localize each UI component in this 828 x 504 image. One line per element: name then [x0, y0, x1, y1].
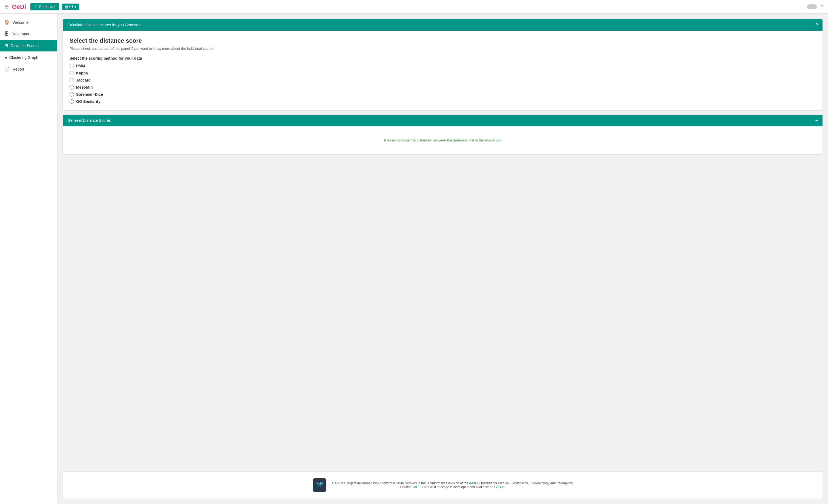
footer-desc-text: GeDi is a project developed by Annekathr… — [332, 481, 469, 485]
sidebar-item-label: Data Input — [11, 32, 29, 36]
sidebar-item-label: Distance Scores — [11, 44, 39, 48]
bookmark-button[interactable]: ♡ Bookmark — [30, 3, 59, 10]
panel1-body: Select the distance score Please check o… — [63, 31, 823, 110]
sidebar-item-welcome[interactable]: 🏠 Welcome! — [0, 16, 57, 28]
radio-label-kappa: Kappa — [76, 71, 88, 75]
footer-after-mit: - The GeDi package is developed and avai… — [419, 485, 494, 489]
footer-after-imbei: - Institute for Medical Biostatistics, E… — [478, 481, 573, 485]
radio-input-meet-min[interactable] — [70, 85, 74, 89]
panel2-title: Geneset Distance Scores — [67, 118, 111, 123]
footer-logo-text: GeDi+ × — [317, 482, 323, 488]
graph-icon: ◂ — [4, 55, 7, 60]
radio-input-kappa[interactable] — [70, 71, 74, 75]
help-circle-button[interactable]: ? — [812, 19, 823, 30]
sidebar-item-data-input[interactable]: 🗄 Data Input — [0, 28, 57, 40]
radio-label-jaccard: Jaccard — [76, 78, 91, 82]
radio-label-pmm: PMM — [76, 64, 85, 68]
sidebar-item-clustering-graph[interactable]: ◂ Clustering Graph — [0, 51, 57, 63]
footer-license-prefix: License: — [400, 485, 413, 489]
navbar: ☰ GeDi ♡ Bookmark ▦ ▾ ℹ ▾ ? — [0, 0, 828, 14]
section-subtitle: Please check out the tour of this panel … — [70, 47, 816, 51]
geneset-distance-scores-panel: Geneset Distance Scores − Please compute… — [63, 114, 823, 154]
app-body: 🏠 Welcome! 🗄 Data Input ⊞ Distance Score… — [0, 14, 828, 504]
radio-input-jaccard[interactable] — [70, 78, 74, 82]
scoring-method-label: Select the scoring method for your data — [70, 56, 816, 60]
help-icon[interactable]: ? — [821, 4, 824, 9]
footer-logo: GeDi+ × — [313, 478, 326, 492]
sidebar-item-label: Report — [12, 67, 24, 72]
question-mark-icon: ? — [816, 22, 819, 28]
panel2-collapse-button[interactable]: − — [815, 118, 818, 123]
radio-input-pmm[interactable] — [70, 64, 74, 68]
footer: GeDi+ × GeDi is a project developed by A… — [63, 471, 823, 499]
radio-sorensen-dice[interactable]: Sorensen-Dice — [70, 92, 816, 97]
chevron-down-icon: ▾ — [69, 5, 71, 9]
distance-scores-panel: Calculate distance scores for you Genese… — [63, 19, 823, 110]
radio-pmm[interactable]: PMM — [70, 64, 816, 68]
radio-label-meet-min: Meet-Min — [76, 85, 93, 89]
footer-imbei-link[interactable]: IMBEI — [469, 481, 478, 485]
scoring-method-radio-group: PMM Kappa Jaccard Meet-Min — [70, 64, 816, 104]
panel2-body: Please compute the distances between the… — [63, 126, 823, 154]
footer-description: GeDi is a project developed by Annekathr… — [332, 481, 573, 489]
panel1-title: Calculate distance scores for you Genese… — [67, 23, 141, 27]
table-icon: ▦ — [65, 5, 68, 9]
radio-label-sorensen-dice: Sorensen-Dice — [76, 92, 103, 97]
report-icon: 📄 — [4, 66, 10, 72]
panel1-header: Calculate distance scores for you Genese… — [63, 19, 823, 31]
radio-go-similarity[interactable]: GO Similarity — [70, 99, 816, 104]
bookmark-label: Bookmark — [39, 5, 55, 9]
home-icon: 🏠 — [4, 20, 10, 25]
footer-mit-link[interactable]: MIT — [413, 485, 419, 489]
view-options-group[interactable]: ▦ ▾ ℹ ▾ — [62, 4, 79, 10]
radio-jaccard[interactable]: Jaccard — [70, 78, 816, 82]
radio-kappa[interactable]: Kappa — [70, 71, 816, 75]
radio-input-go-similarity[interactable] — [70, 99, 74, 104]
dark-mode-toggle[interactable]: ? — [807, 4, 824, 9]
radio-label-go-similarity: GO Similarity — [76, 99, 100, 104]
grid-icon: ⊞ — [4, 43, 8, 48]
database-icon: 🗄 — [4, 32, 9, 36]
radio-meet-min[interactable]: Meet-Min — [70, 85, 816, 89]
geneset-message: Please compute the distances between the… — [70, 133, 816, 148]
panel2-header: Geneset Distance Scores − — [63, 114, 823, 126]
sidebar: 🏠 Welcome! 🗄 Data Input ⊞ Distance Score… — [0, 14, 57, 504]
hamburger-icon[interactable]: ☰ — [4, 4, 9, 10]
footer-github-link[interactable]: GitHub — [494, 485, 504, 489]
chevron-down-icon2: ▾ — [75, 5, 76, 9]
sidebar-item-label: Welcome! — [12, 20, 30, 25]
main-content: ? Calculate distance scores for you Gene… — [57, 14, 828, 504]
sidebar-item-label: Clustering Graph — [9, 55, 38, 60]
app-title: GeDi — [12, 3, 26, 10]
sidebar-item-distance-scores[interactable]: ⊞ Distance Scores — [0, 40, 57, 51]
info-icon: ℹ — [72, 5, 73, 9]
radio-input-sorensen-dice[interactable] — [70, 92, 74, 97]
toggle-switch[interactable] — [807, 4, 817, 9]
heart-icon: ♡ — [34, 5, 38, 9]
sidebar-item-report[interactable]: 📄 Report — [0, 63, 57, 75]
section-title: Select the distance score — [70, 37, 816, 44]
